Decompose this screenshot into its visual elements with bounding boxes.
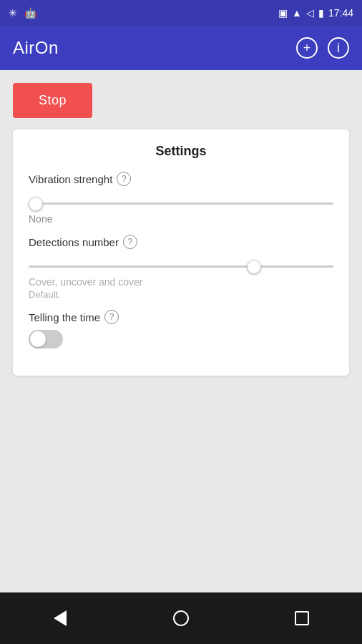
status-bar-left-icons: ✳ 🤖	[9, 7, 36, 19]
app-bar: AirOn + i	[0, 26, 362, 70]
vibration-slider[interactable]	[29, 203, 333, 205]
back-icon	[54, 610, 67, 626]
detections-label: Detections number	[29, 236, 119, 248]
status-bar: ✳ 🤖 ▣ ▲ ◁ ▮ 17:44	[0, 0, 362, 26]
stop-button[interactable]: Stop	[13, 83, 92, 118]
bottom-nav	[0, 592, 362, 644]
vibrate-icon: ▣	[278, 7, 288, 19]
detections-help-icon[interactable]: ?	[123, 235, 137, 249]
battery-icon: ▮	[318, 7, 324, 19]
detections-sub: Default.	[29, 289, 333, 300]
settings-card: Settings Vibration strenght ? None Detec…	[13, 130, 349, 376]
telling-time-row: Telling the time ?	[29, 310, 333, 348]
home-icon	[173, 610, 189, 626]
app-title: AirOn	[13, 38, 59, 58]
detections-slider-container	[29, 255, 333, 273]
vibration-strength-row: Vibration strenght ? None	[29, 172, 333, 225]
android-icon: 🤖	[24, 7, 36, 19]
settings-title: Settings	[29, 144, 333, 159]
telling-time-label: Telling the time	[29, 311, 100, 323]
vibration-slider-container	[29, 192, 333, 210]
detections-number-row: Detections number ? Cover, uncover and c…	[29, 235, 333, 300]
sun-icon: ✳	[9, 7, 17, 19]
app-bar-actions: + i	[296, 37, 349, 59]
nav-back-button[interactable]	[44, 602, 76, 634]
nav-recents-button[interactable]	[286, 602, 318, 634]
add-button[interactable]: +	[296, 37, 318, 59]
telling-time-toggle-container	[29, 330, 333, 348]
telling-time-help-icon[interactable]: ?	[104, 310, 119, 324]
vibration-label: Vibration strenght	[29, 173, 112, 185]
time-display: 17:44	[328, 7, 353, 19]
wifi-icon: ▲	[292, 7, 302, 19]
main-content: Stop Settings Vibration strenght ? None …	[0, 70, 362, 592]
telling-time-toggle[interactable]	[29, 330, 63, 348]
detections-label-row: Detections number ?	[29, 235, 333, 249]
vibration-help-icon[interactable]: ?	[117, 172, 131, 186]
detections-slider[interactable]	[29, 265, 333, 268]
signal-icon: ◁	[306, 7, 314, 19]
info-button[interactable]: i	[328, 37, 349, 59]
telling-time-label-row: Telling the time ?	[29, 310, 333, 324]
nav-home-button[interactable]	[165, 602, 197, 634]
status-bar-right-icons: ▣ ▲ ◁ ▮ 17:44	[278, 7, 353, 19]
vibration-value: None	[29, 213, 333, 225]
toggle-knob	[30, 331, 46, 347]
vibration-label-row: Vibration strenght ?	[29, 172, 333, 186]
detections-value: Cover, uncover and cover	[29, 276, 333, 288]
recents-icon	[295, 611, 309, 625]
